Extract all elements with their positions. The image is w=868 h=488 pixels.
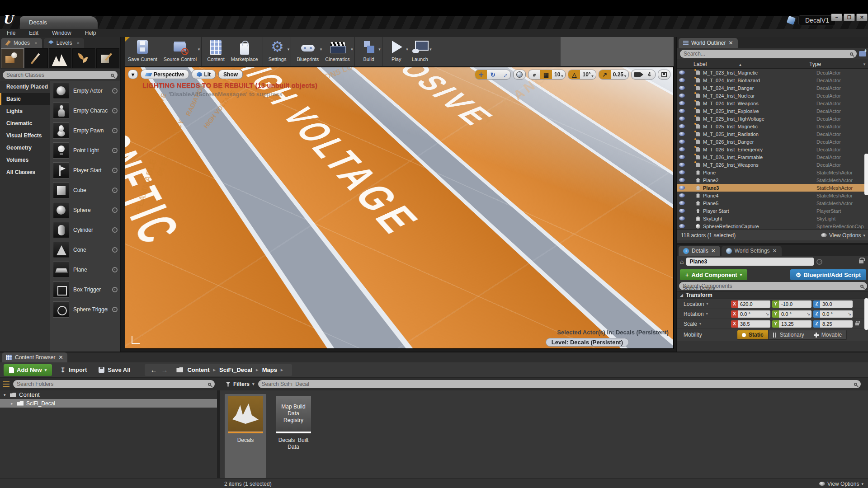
placement-item[interactable]: Player Start (50, 160, 120, 180)
actor-name-field[interactable]: Plane3 (686, 258, 814, 266)
z-value-field[interactable]: 30.0 (820, 300, 853, 308)
outliner-row[interactable]: Plane3 StaticMeshActor (677, 184, 868, 192)
content-browser-view-options[interactable]: View Options ▾ (819, 481, 863, 487)
back-button[interactable]: ← (150, 366, 157, 374)
scale-snap-value[interactable]: 0.25▾ (611, 70, 628, 79)
toolbar-button[interactable]: ▾ Build (354, 37, 381, 66)
placement-category[interactable]: Volumes (0, 154, 50, 166)
drag-handle-icon[interactable] (112, 207, 118, 213)
visibility-eye-icon[interactable] (679, 70, 685, 75)
transform-row-label[interactable]: Rotation▾ (684, 311, 731, 317)
placement-category[interactable]: Visual Effects (0, 130, 50, 142)
geometry-mode-button[interactable] (96, 48, 119, 68)
breadcrumb-item[interactable]: Content (187, 366, 209, 373)
outliner-row[interactable]: M_T_024_Inst_Biohazard DecalActor (677, 76, 868, 84)
foliage-mode-button[interactable] (72, 48, 95, 68)
close-icon[interactable]: ✕ (34, 41, 38, 45)
placement-item[interactable]: Sphere (50, 200, 120, 220)
close-button[interactable]: ✕ (856, 14, 868, 21)
chevron-down-icon[interactable]: ▼ (863, 62, 866, 66)
filters-button[interactable]: Filters ▾ (226, 381, 255, 387)
blueprint-add-script-button[interactable]: ⚙ Blueprint/Add Script (790, 269, 866, 280)
x-value-field[interactable]: 620.0 (738, 300, 770, 308)
visibility-eye-icon[interactable] (679, 170, 685, 174)
maximize-viewport-button[interactable] (658, 70, 670, 79)
drag-handle-icon[interactable] (112, 188, 118, 193)
visibility-eye-icon[interactable] (679, 201, 685, 205)
visibility-eye-icon[interactable] (679, 216, 685, 221)
placement-item[interactable]: Plane (50, 260, 120, 280)
outliner-row[interactable]: M_T_024_Inst_Weapons DecalActor (677, 99, 868, 107)
placement-category[interactable]: Cinematic (0, 117, 50, 130)
transform-row-label[interactable]: Location▾ (684, 301, 731, 307)
forward-button[interactable]: → (161, 366, 168, 374)
menu-item[interactable]: Help (78, 30, 103, 36)
scale-lock-icon[interactable] (855, 322, 859, 325)
placement-item[interactable]: Cylinder (50, 220, 120, 240)
mobility-option[interactable]: Stationary (769, 330, 809, 339)
chevron-down-icon[interactable]: ▾ (198, 47, 200, 52)
z-value-field[interactable]: 0.0 ° (820, 310, 853, 318)
splitter[interactable] (217, 390, 220, 478)
visibility-eye-icon[interactable] (679, 132, 685, 136)
outliner-row[interactable]: M_T_026_Inst_Weapons DecalActor (677, 161, 868, 169)
drag-handle-icon[interactable] (112, 168, 118, 173)
lit-button[interactable]: Lit (192, 70, 216, 79)
visibility-eye-icon[interactable] (679, 224, 685, 228)
drag-handle-icon[interactable] (112, 247, 118, 253)
drag-handle-icon[interactable] (112, 267, 118, 272)
drag-handle-icon[interactable] (112, 148, 118, 153)
visibility-eye-icon[interactable] (679, 178, 685, 182)
details-scrollbar[interactable] (864, 298, 868, 330)
outliner-row[interactable]: M_T_025_Inst_Magnetic DecalActor (677, 122, 868, 130)
drag-handle-icon[interactable] (112, 128, 118, 133)
x-value-field[interactable]: 0.0 ° (738, 310, 770, 318)
transform-row-label[interactable]: Scale▾ (684, 321, 731, 327)
camera-speed-value[interactable]: 4 (643, 70, 655, 79)
outliner-row[interactable]: Player Start PlayerStart (677, 207, 868, 215)
level-viewport[interactable]: «03 RADIATION «05 MAGNETIC «04 HIGH VOLT… (125, 67, 674, 349)
placement-category[interactable]: Recently Placed (0, 81, 50, 93)
outliner-row[interactable]: Plane StaticMeshActor (677, 169, 868, 176)
outliner-row[interactable]: Plane4 StaticMeshActor (677, 192, 868, 199)
lock-icon[interactable] (859, 260, 863, 263)
label-column-header[interactable]: Label▲ (677, 61, 809, 67)
outliner-row[interactable]: M_T_025_Inst_Explosive DecalActor (677, 107, 868, 115)
chevron-down-icon[interactable]: ▾ (378, 47, 381, 52)
outliner-row[interactable]: M_T_025_Inst_Radiation DecalActor (677, 130, 868, 138)
menu-item[interactable]: File (0, 30, 22, 36)
placement-item[interactable]: Empty Charact (50, 101, 120, 121)
close-icon[interactable]: ✕ (76, 41, 80, 45)
translate-tool-button[interactable]: ✛ (475, 70, 487, 79)
tab-content-browser[interactable]: Content Browser ✕ (2, 352, 67, 362)
drag-handle-icon[interactable] (112, 287, 118, 292)
menu-item[interactable]: Window (45, 30, 78, 36)
visibility-eye-icon[interactable] (679, 147, 685, 151)
tab-modes[interactable]: Modes ✕ (1, 38, 42, 48)
mobility-option[interactable]: Movable (809, 330, 847, 339)
mobility-option[interactable]: Static (737, 330, 769, 339)
tab-details[interactable]: Details ✕ (679, 246, 720, 256)
rotate-tool-button[interactable]: ↻ (487, 70, 499, 79)
outliner-scrollbar[interactable] (864, 154, 868, 195)
visibility-eye-icon[interactable] (679, 124, 685, 128)
placement-item[interactable]: Empty Pawn (50, 121, 120, 141)
visibility-eye-icon[interactable] (679, 209, 685, 213)
close-icon[interactable]: ✕ (58, 354, 63, 361)
z-value-field[interactable]: 8.25 (820, 320, 853, 328)
outliner-row[interactable]: M_T_026_Inst_Danger DecalActor (677, 138, 868, 145)
type-column-header[interactable]: Type (809, 61, 863, 67)
placement-item[interactable]: Point Light (50, 141, 120, 160)
scale-snap-toggle[interactable]: ↗ (599, 70, 611, 79)
current-level-badge[interactable]: Level: Decals (Persistent) (546, 338, 629, 347)
add-new-button[interactable]: Add New ▾ (4, 364, 52, 376)
drag-handle-icon[interactable] (112, 108, 118, 113)
sources-toggle-icon[interactable] (3, 381, 9, 387)
placement-item[interactable]: Box Trigger (50, 280, 120, 300)
breadcrumb-item[interactable]: SciFi_Decal (219, 366, 252, 373)
drag-handle-icon[interactable] (112, 227, 118, 233)
grid-snap-value[interactable]: 10▾ (552, 70, 565, 79)
outliner-row[interactable]: M_T_024_Inst_Danger DecalActor (677, 84, 868, 92)
maximize-button[interactable]: ❐ (844, 14, 855, 21)
chevron-down-icon[interactable]: ▾ (288, 47, 290, 52)
